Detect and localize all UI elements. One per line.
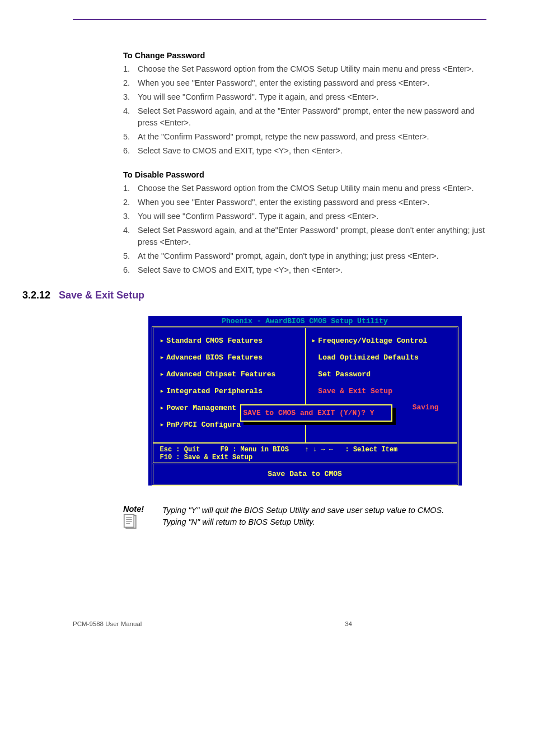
note-line1: Typing "Y" will quit the BIOS Setup Util… — [162, 505, 486, 516]
bios-legend: Esc : Quit F9 : Menu in BIOS F10 : Save … — [153, 442, 457, 463]
list-item: 1.Choose the Set Password option from th… — [123, 183, 486, 194]
triangle-icon: ▸ — [312, 337, 316, 345]
footer-manual-name: PCM-9588 User Manual — [73, 620, 142, 627]
heading-change-password: To Change Password — [123, 51, 486, 60]
list-text: Select Set Password again, and at the "E… — [138, 105, 486, 129]
list-item: 2.When you see "Enter Password", enter t… — [123, 197, 486, 208]
list-number: 3. — [123, 91, 138, 103]
list-number: 5. — [123, 250, 138, 262]
list-item: 5.At the "Confirm Password" prompt, agai… — [123, 250, 486, 262]
bios-menu-item: ▸Set Password — [312, 370, 450, 379]
list-change-password: 1.Choose the Set Password option from th… — [123, 63, 486, 157]
list-item: 6.Select Save to CMOS and EXIT, type <Y>… — [123, 264, 486, 276]
footer-page-number: 34 — [345, 620, 352, 627]
section-title: Save & Exit Setup — [59, 290, 144, 301]
list-number: 2. — [123, 197, 138, 208]
bios-menu-item-selected: ▸Save & Exit Setup — [312, 386, 450, 395]
list-text: Choose the Set Password option from the … — [138, 183, 486, 194]
note-label: Note! — [123, 505, 162, 514]
list-item: 2.When you see "Enter Password", enter t… — [123, 77, 486, 89]
list-text: Select Save to CMOS and EXIT, type <Y>, … — [138, 145, 486, 157]
triangle-icon: ▸ — [160, 404, 165, 412]
bios-menu-item: ▸Advanced Chipset Features — [160, 370, 298, 379]
list-item: 4.Select Set Password again, and at the"… — [123, 225, 486, 248]
list-text: When you see "Enter Password", enter the… — [138, 197, 486, 208]
bios-footer: Save Data to CMOS — [153, 464, 457, 484]
list-text: You will see "Confirm Password". Type it… — [138, 91, 486, 103]
bios-menu-item: ▸Standard CMOS Features — [160, 336, 298, 345]
list-item: 3.You will see "Confirm Password". Type … — [123, 211, 486, 222]
list-text: When you see "Enter Password", enter the… — [138, 77, 486, 89]
list-number: 4. — [123, 225, 138, 248]
list-number: 3. — [123, 211, 138, 222]
triangle-icon: ▸ — [160, 387, 165, 395]
list-item: 5.At the "Confirm Password" prompt, rety… — [123, 131, 486, 143]
bios-menu-item: ▸Integrated Peripherals — [160, 386, 298, 395]
list-item: 4.Select Set Password again, and at the … — [123, 105, 486, 129]
bios-menu-item: ▸Frequency/Voltage Control — [312, 336, 450, 345]
svg-rect-1 — [124, 515, 134, 528]
list-number: 1. — [123, 183, 138, 194]
page-footer: PCM-9588 User Manual 34 — [73, 620, 486, 627]
list-text: At the "Confirm Password" prompt, again,… — [138, 250, 486, 262]
section-heading-save-exit: 3.2.12 Save & Exit Setup — [22, 290, 486, 301]
section-number: 3.2.12 — [22, 290, 50, 301]
bios-legend-f9: F9 : Menu in BIOS — [221, 446, 289, 454]
list-number: 2. — [123, 77, 138, 89]
list-number: 1. — [123, 63, 138, 75]
note-block: Note! Typing "Y" will quit the BIOS Setu… — [123, 505, 486, 531]
list-number: 5. — [123, 131, 138, 143]
list-item: 3.You will see "Confirm Password". Type … — [123, 91, 486, 103]
list-number: 4. — [123, 105, 138, 129]
list-text: Select Save to CMOS and EXIT, type <Y>, … — [138, 264, 486, 276]
bios-screenshot: Phoenix - AwardBIOS CMOS Setup Utility ▸… — [148, 316, 462, 486]
bios-menu-item: ▸Advanced BIOS Features — [160, 353, 298, 362]
note-line2: Typing "N" will return to BIOS Setup Uti… — [162, 516, 486, 528]
list-text: Choose the Set Password option from the … — [138, 63, 486, 75]
note-icon — [123, 514, 162, 531]
triangle-icon: ▸ — [160, 337, 165, 345]
bios-menu-item: ▸Load Optimized Defaults — [312, 353, 450, 362]
bios-legend-esc: Esc : Quit — [160, 446, 200, 454]
triangle-icon: ▸ — [160, 370, 165, 379]
list-number: 6. — [123, 145, 138, 157]
list-number: 6. — [123, 264, 138, 276]
list-text: Select Set Password again, and at the"En… — [138, 225, 486, 248]
bios-legend-f10: F10 : Save & Exit Setup — [160, 454, 253, 461]
list-item: 1.Choose the Set Password option from th… — [123, 63, 486, 75]
list-text: You will see "Confirm Password". Type it… — [138, 211, 486, 222]
triangle-icon: ▸ — [160, 353, 165, 362]
bios-dialog: SAVE to CMOS and EXIT (Y/N)? Y — [240, 404, 392, 422]
bios-legend-arrows: ↑ ↓ → ← : Select Item — [305, 446, 450, 461]
list-item: 6.Select Save to CMOS and EXIT, type <Y>… — [123, 145, 486, 157]
heading-disable-password: To Disable Password — [123, 170, 486, 179]
bios-title: Phoenix - AwardBIOS CMOS Setup Utility — [148, 316, 462, 326]
triangle-icon: ▸ — [160, 421, 165, 429]
list-text: At the "Confirm Password" prompt, retype… — [138, 131, 486, 143]
list-disable-password: 1.Choose the Set Password option from th… — [123, 183, 486, 276]
